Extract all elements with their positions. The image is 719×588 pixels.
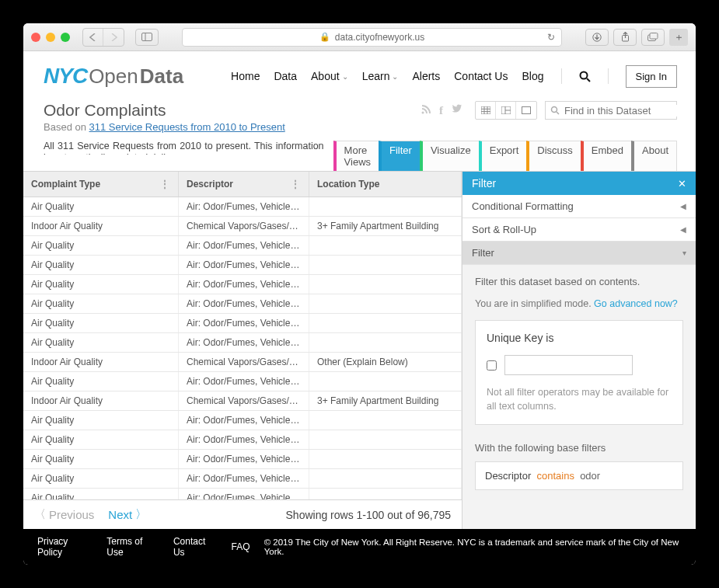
footer-privacy[interactable]: Privacy Policy <box>37 536 92 558</box>
svg-rect-0 <box>142 33 152 41</box>
table-row[interactable]: Air QualityAir: Odor/Fumes, Vehicle Idli… <box>23 197 462 217</box>
view-table-button[interactable] <box>476 102 496 119</box>
filter-value-input[interactable] <box>504 355 633 375</box>
table-row[interactable]: Air QualityAir: Odor/Fumes, Vehicle Idli… <box>23 256 462 275</box>
cell-descriptor: Air: Odor/Fumes, Vehicle Idling (AD... <box>179 314 309 332</box>
cell-location-type <box>309 256 462 274</box>
search-icon[interactable] <box>579 71 591 82</box>
next-page-button[interactable]: Next〉 <box>108 507 147 522</box>
tab-discuss[interactable]: Discuss <box>526 141 581 171</box>
svg-rect-17 <box>522 107 531 114</box>
refresh-icon[interactable]: ↻ <box>547 32 555 43</box>
nav-contact[interactable]: Contact Us <box>454 70 508 82</box>
cell-descriptor: Air: Odor/Fumes, Vehicle Idling (AD... <box>179 372 309 391</box>
tab-export[interactable]: Export <box>479 141 528 171</box>
go-advanced-link[interactable]: Go advanced now? <box>594 298 678 309</box>
cell-descriptor: Chemical Vapors/Gases/Odors <box>179 353 309 371</box>
table-row[interactable]: Air QualityAir: Odor/Fumes, Vehicle Idli… <box>23 294 462 314</box>
filter-panel: Filter ✕ Conditional Formatting◀ Sort & … <box>462 172 696 529</box>
tab-about[interactable]: About <box>631 141 677 171</box>
cell-descriptor: Chemical Vapors/Gases/Odors <box>179 217 309 235</box>
minimize-window-button[interactable] <box>46 33 55 42</box>
table-row[interactable]: Indoor Air QualityChemical Vapors/Gases/… <box>23 353 462 372</box>
view-rich-button[interactable] <box>496 102 516 119</box>
twitter-icon[interactable] <box>451 104 462 117</box>
share-button[interactable] <box>613 29 637 46</box>
nav-alerts[interactable]: Alerts <box>412 70 440 82</box>
cell-location-type <box>309 411 462 430</box>
column-menu-icon[interactable]: ⋮ <box>159 178 170 190</box>
nyc-opendata-logo[interactable]: NYC Open Data <box>44 64 183 89</box>
view-single-button[interactable] <box>516 102 536 119</box>
cell-descriptor: Air: Odor/Fumes, Vehicle Idling (AD... <box>179 411 309 430</box>
cell-descriptor: Air: Odor/Fumes, Vehicle Idling (AD... <box>179 294 309 313</box>
tab-visualize[interactable]: Visualize <box>420 141 480 171</box>
panel-filter-section[interactable]: Filter▾ <box>462 242 696 265</box>
column-descriptor[interactable]: Descriptor⋮ <box>179 172 309 197</box>
close-window-button[interactable] <box>31 33 40 42</box>
table-row[interactable]: Air QualityAir: Odor/Fumes, Vehicle Idli… <box>23 275 462 294</box>
new-tab-button[interactable]: ＋ <box>669 29 688 46</box>
expand-description-icon[interactable]: ▸ <box>176 152 181 155</box>
nav-blog[interactable]: Blog <box>522 70 543 82</box>
url-text: data.cityofnewyork.us <box>335 32 424 43</box>
find-input[interactable] <box>564 105 695 117</box>
downloads-button[interactable] <box>585 29 609 46</box>
column-location-type[interactable]: Location Type <box>309 172 462 197</box>
sign-in-button[interactable]: Sign In <box>626 65 677 88</box>
dataset-description: All 311 Service Requests from 2010 to pr… <box>44 141 324 155</box>
table-row[interactable]: Indoor Air QualityChemical Vapors/Gases/… <box>23 217 462 236</box>
table-row[interactable]: Air QualityAir: Odor/Fumes, Vehicle Idli… <box>23 333 462 353</box>
table-row[interactable]: Air QualityAir: Odor/Fumes, Vehicle Idli… <box>23 430 462 450</box>
nav-learn[interactable]: Learn⌄ <box>362 70 399 82</box>
column-complaint-type[interactable]: Complaint Type⋮ <box>23 172 179 197</box>
tab-more-views[interactable]: More Views <box>333 141 379 171</box>
tab-filter[interactable]: Filter <box>379 141 421 171</box>
nav-data[interactable]: Data <box>274 70 297 82</box>
find-box[interactable] <box>545 101 677 120</box>
cell-location-type <box>309 294 462 313</box>
tabs-button[interactable] <box>641 29 665 46</box>
cell-descriptor: Air: Odor/Fumes, Vehicle Idling (AD... <box>179 333 309 352</box>
back-button[interactable] <box>83 29 103 46</box>
table-row[interactable]: Air QualityAir: Odor/Fumes, Vehicle Idli… <box>23 314 462 333</box>
table-row[interactable]: Air QualityAir: Odor/Fumes, Vehicle Idli… <box>23 450 462 469</box>
titlebar: 🔒 data.cityofnewyork.us ↻ ＋ <box>23 23 696 51</box>
data-table: Complaint Type⋮ Descriptor⋮ Location Typ… <box>23 172 462 529</box>
table-row[interactable]: Air QualityAir: Odor/Fumes, Vehicle Idli… <box>23 469 462 489</box>
dataset-tabs: More Views Filter Visualize Export Discu… <box>333 141 677 171</box>
cell-location-type <box>309 275 462 294</box>
rss-icon[interactable] <box>421 104 431 117</box>
sidebar-toggle-button[interactable] <box>135 29 159 46</box>
table-header: Complaint Type⋮ Descriptor⋮ Location Typ… <box>23 172 462 197</box>
forward-button[interactable] <box>103 29 124 46</box>
filter-checkbox[interactable] <box>487 360 497 371</box>
dataset-title: Odor Complaints <box>44 101 421 120</box>
address-bar[interactable]: 🔒 data.cityofnewyork.us ↻ <box>182 28 562 47</box>
cell-descriptor: Chemical Vapors/Gases/Odors <box>179 391 309 410</box>
table-row[interactable]: Air QualityAir: Odor/Fumes, Vehicle Idli… <box>23 236 462 256</box>
panel-header: Filter ✕ <box>462 172 696 195</box>
close-icon[interactable]: ✕ <box>678 178 686 190</box>
cell-descriptor: Air: Odor/Fumes, Vehicle Idling (AD... <box>179 489 309 499</box>
main-nav: Home Data About⌄ Learn⌄ Alerts Contact U… <box>231 65 677 88</box>
nav-home[interactable]: Home <box>231 70 260 82</box>
table-row[interactable]: Indoor Air QualityChemical Vapors/Gases/… <box>23 391 462 411</box>
cell-complaint-type: Indoor Air Quality <box>23 353 179 371</box>
table-row[interactable]: Air QualityAir: Odor/Fumes, Vehicle Idli… <box>23 372 462 391</box>
footer-terms[interactable]: Terms of Use <box>106 536 159 558</box>
facebook-icon[interactable]: f <box>439 104 443 117</box>
footer-contact[interactable]: Contact Us <box>173 536 218 558</box>
table-row[interactable]: Air QualityAir: Odor/Fumes, Vehicle Idli… <box>23 489 462 499</box>
prev-page-button[interactable]: 〈Previous <box>34 507 94 522</box>
zoom-window-button[interactable] <box>61 33 70 42</box>
table-row[interactable]: Air QualityAir: Odor/Fumes, Vehicle Idli… <box>23 411 462 430</box>
panel-sort-rollup[interactable]: Sort & Roll-Up◀ <box>462 218 696 242</box>
footer-faq[interactable]: FAQ <box>232 541 250 552</box>
column-menu-icon[interactable]: ⋮ <box>290 178 301 190</box>
nav-about[interactable]: About⌄ <box>311 70 348 82</box>
panel-conditional-formatting[interactable]: Conditional Formatting◀ <box>462 195 696 218</box>
tab-embed[interactable]: Embed <box>581 141 632 171</box>
cell-location-type <box>309 372 462 391</box>
based-on-link[interactable]: 311 Service Requests from 2010 to Presen… <box>89 121 285 133</box>
